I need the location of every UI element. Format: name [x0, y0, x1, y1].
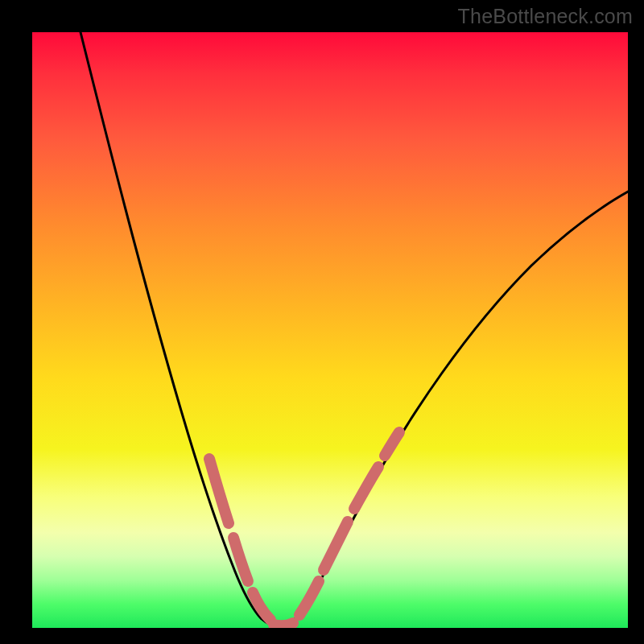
highlight-left-1 [209, 459, 229, 523]
highlight-right-1 [299, 581, 319, 615]
curve-layer [32, 32, 628, 628]
chart-frame: TheBottleneck.com [0, 0, 644, 644]
plot-area [32, 32, 628, 628]
highlight-right-2 [324, 522, 348, 570]
highlight-left-3 [253, 592, 270, 620]
highlight-right-4 [385, 432, 399, 456]
watermark-text: TheBottleneck.com [458, 5, 633, 28]
curve-left-branch [80, 32, 280, 626]
highlight-bottom [274, 623, 293, 625]
highlight-right-3 [354, 467, 378, 509]
